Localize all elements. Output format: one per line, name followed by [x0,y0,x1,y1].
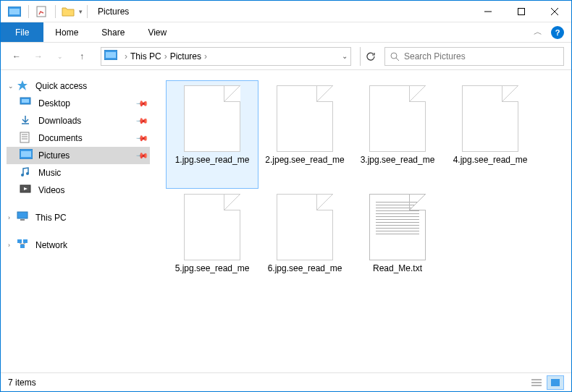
search-icon [390,51,400,61]
sidebar-item-label: Music [38,168,61,178]
sidebar-item-music[interactable]: Music [7,164,150,182]
videos-icon [20,184,33,197]
svg-point-9 [391,53,397,59]
sidebar-item-downloads[interactable]: Downloads📌 [7,112,150,129]
back-button[interactable]: ← [8,48,25,65]
help-icon[interactable]: ? [551,26,564,39]
breadcrumb-pictures[interactable]: Pictures [170,51,201,61]
svg-point-20 [26,172,29,175]
breadcrumb-this-pc[interactable]: This PC [130,51,161,61]
unknown-file-icon [184,194,240,260]
file-item[interactable]: 3.jpg.see_read_me [351,80,444,189]
location-icon [104,50,117,63]
downloads-icon [20,114,33,127]
svg-point-19 [21,174,24,176]
chevron-right-icon[interactable]: › [8,242,10,249]
tab-view[interactable]: View [136,22,178,42]
explorer-window: ▾ Pictures File Home Share View ︿ ? ← → … [0,0,572,392]
svg-rect-26 [20,244,25,248]
svg-rect-25 [23,239,28,243]
sidebar-item-label: Desktop [38,98,70,108]
svg-rect-24 [17,239,22,243]
pin-icon: 📌 [135,114,148,127]
chevron-down-icon[interactable]: ⌄ [8,82,14,90]
window-controls [471,1,571,22]
unknown-file-icon [462,85,518,152]
sidebar-item-videos[interactable]: Videos [7,182,150,199]
sidebar-item-label: Downloads [38,116,81,126]
svg-line-28 [22,243,25,244]
file-name: 6.jpg.see_read_me [266,263,344,275]
text-file-icon [369,194,426,260]
svg-rect-22 [17,212,28,218]
window-title: Pictures [98,7,129,17]
sidebar-item-pictures[interactable]: Pictures📌 [7,147,150,164]
quick-access-toolbar: ▾ Pictures [1,4,129,20]
chevron-right-icon[interactable]: › [8,214,10,221]
documents-icon [20,132,33,145]
refresh-button[interactable] [360,47,380,66]
network-icon [17,239,30,252]
svg-rect-18 [21,151,31,157]
minimize-button[interactable] [471,1,505,22]
up-button[interactable]: ↑ [73,48,91,65]
sidebar-item-label: Videos [38,185,64,195]
file-name: 1.jpg.see_read_me [174,155,251,166]
chevron-right-icon[interactable]: › [164,51,167,61]
file-name: 5.jpg.see_read_me [174,263,251,275]
navigation-bar: ← → ⌄ ↑ › This PC › Pictures › ⌄ [1,43,571,70]
qat-separator [55,5,56,18]
sidebar-item-label: Network [35,240,67,250]
recent-dropdown[interactable]: ⌄ [51,48,69,65]
item-count: 7 items [8,378,36,388]
close-button[interactable] [538,1,571,22]
tab-share[interactable]: Share [90,22,136,42]
properties-icon[interactable] [33,4,49,20]
file-name: Read_Me.txt [371,263,424,275]
file-name: 4.jpg.see_read_me [452,155,529,166]
tab-home[interactable]: Home [43,22,90,42]
file-item[interactable]: 1.jpg.see_read_me [166,80,258,189]
maximize-button[interactable] [505,1,538,22]
svg-rect-13 [20,132,29,142]
unknown-file-icon [184,85,240,152]
sidebar-item-label: Quick access [35,81,87,91]
sidebar-item-label: Documents [38,133,83,143]
svg-rect-8 [106,52,116,58]
folder-icon[interactable] [60,4,76,20]
search-box[interactable] [384,47,564,66]
large-icons-view-button[interactable] [547,375,564,390]
file-item[interactable]: Read_Me.txt [351,189,444,297]
pin-icon: 📌 [135,96,148,110]
sidebar-this-pc[interactable]: › This PC [7,209,150,226]
details-view-button[interactable] [528,375,545,390]
status-bar: 7 items [1,372,571,391]
file-item[interactable]: 5.jpg.see_read_me [166,189,258,297]
sidebar-quick-access[interactable]: ⌄ Quick access [7,77,150,95]
sidebar-item-documents[interactable]: Documents📌 [7,129,150,147]
file-grid[interactable]: 1.jpg.see_read_me2.jpeg.see_read_me3.jpg… [153,70,571,372]
forward-button[interactable]: → [30,48,47,65]
ribbon-collapse-icon[interactable]: ︿ [534,26,542,38]
file-item[interactable]: 6.jpg.see_read_me [258,189,351,297]
desktop-icon [20,97,33,110]
svg-rect-23 [20,219,25,221]
qat-dropdown[interactable]: ▾ [79,8,83,15]
address-bar[interactable]: › This PC › Pictures › ⌄ [101,47,351,66]
app-icon [7,4,22,20]
address-dropdown-icon[interactable]: ⌄ [342,52,348,60]
unknown-file-icon [369,85,426,152]
sidebar-item-desktop[interactable]: Desktop📌 [7,95,150,112]
qat-separator [28,5,29,18]
pin-icon: 📌 [135,148,148,162]
chevron-right-icon[interactable]: › [125,51,127,61]
chevron-right-icon[interactable]: › [204,51,207,61]
file-item[interactable]: 4.jpg.see_read_me [444,80,537,189]
music-icon [20,166,33,179]
svg-rect-32 [551,379,560,386]
sidebar-network[interactable]: › Network [7,237,150,254]
search-input[interactable] [404,51,559,61]
file-item[interactable]: 2.jpeg.see_read_me [258,80,351,189]
file-name: 2.jpeg.see_read_me [264,155,345,166]
file-tab[interactable]: File [1,22,43,42]
